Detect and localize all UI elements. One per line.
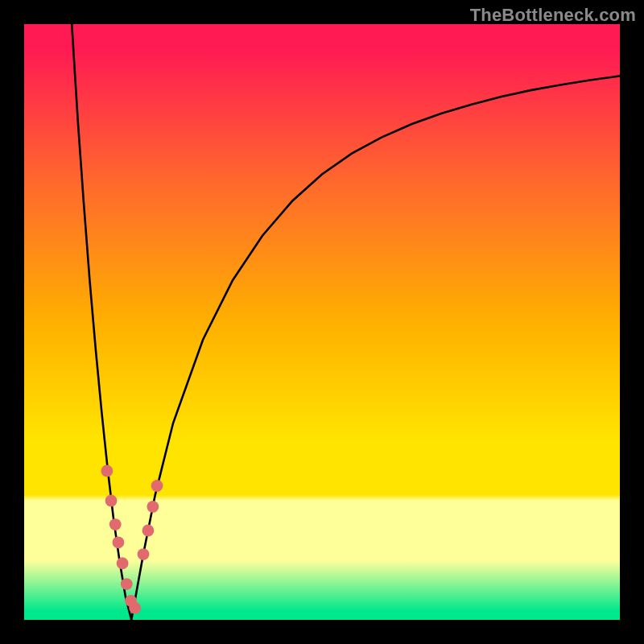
marker-point [101, 465, 113, 477]
marker-point [121, 578, 133, 590]
bottleneck-chart [24, 24, 620, 620]
marker-point [117, 557, 129, 569]
watermark-text: TheBottleneck.com [470, 5, 636, 26]
marker-point [113, 536, 125, 548]
chart-svg [24, 24, 620, 620]
marker-point [105, 495, 118, 507]
marker-point [138, 548, 150, 560]
marker-point [109, 518, 122, 530]
marker-point [142, 525, 155, 537]
marker-point [147, 501, 159, 513]
gradient-background [24, 24, 620, 620]
marker-point [151, 480, 163, 492]
marker-point [129, 602, 141, 614]
